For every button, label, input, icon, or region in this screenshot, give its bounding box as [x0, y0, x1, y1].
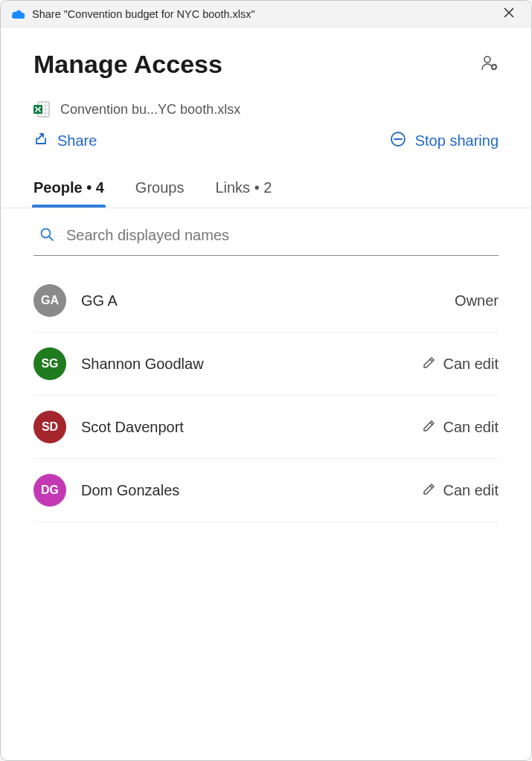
share-button[interactable]: Share: [33, 132, 97, 150]
tab-people[interactable]: People • 4: [33, 179, 104, 207]
permission-dropdown[interactable]: Can edit: [423, 419, 499, 436]
person-row: GAGG AOwner: [33, 269, 499, 333]
search-input[interactable]: [65, 226, 493, 245]
tab-links[interactable]: Links • 2: [215, 179, 272, 207]
person-row: SGShannon GoodlawCan edit: [33, 333, 499, 396]
stop-sharing-label: Stop sharing: [415, 132, 499, 150]
people-list: GAGG AOwnerSGShannon GoodlawCan editSDSc…: [33, 269, 499, 522]
file-row: Convention bu...YC booth.xlsx: [33, 101, 499, 118]
grant-access-button[interactable]: [481, 54, 499, 75]
share-label: Share: [57, 132, 97, 150]
tab-groups[interactable]: Groups: [135, 179, 185, 207]
window-title: Share "Convention budget for NYC booth.x…: [32, 8, 494, 20]
file-name: Convention bu...YC booth.xlsx: [60, 102, 240, 118]
excel-icon: [33, 101, 50, 118]
tabs: People • 4 Groups Links • 2: [33, 179, 499, 208]
permission-text: Can edit: [443, 482, 499, 499]
stop-sharing-button[interactable]: Stop sharing: [390, 131, 499, 151]
permission-dropdown[interactable]: Can edit: [423, 482, 499, 499]
avatar: DG: [33, 474, 66, 507]
search-icon: [39, 227, 54, 245]
search-field[interactable]: [33, 226, 499, 256]
permission-dropdown[interactable]: Can edit: [423, 356, 499, 373]
tabs-divider: [1, 208, 531, 208]
stop-sharing-icon: [390, 131, 406, 151]
share-icon: [33, 132, 48, 150]
page-title: Manage Access: [33, 50, 222, 79]
avatar: SD: [33, 411, 66, 443]
pencil-icon: [423, 356, 436, 373]
avatar: SG: [33, 347, 66, 380]
svg-point-0: [484, 57, 490, 62]
person-name: Dom Gonzales: [81, 482, 423, 499]
pencil-icon: [423, 419, 436, 436]
permission-label: Owner: [455, 292, 499, 309]
svg-line-12: [50, 237, 54, 240]
permission-text: Can edit: [443, 356, 499, 373]
person-name: Scot Davenport: [81, 419, 423, 436]
person-row: SDScot DavenportCan edit: [33, 396, 499, 459]
share-dialog: Share "Convention budget for NYC booth.x…: [0, 0, 532, 761]
permission-text: Can edit: [443, 419, 499, 436]
permission-text: Owner: [455, 292, 499, 309]
person-name: Shannon Goodlaw: [81, 356, 423, 373]
avatar: GA: [33, 284, 66, 317]
svg-point-11: [42, 228, 51, 237]
titlebar: Share "Convention budget for NYC booth.x…: [1, 1, 531, 28]
person-row: DGDom GonzalesCan edit: [33, 459, 499, 522]
dialog-content: Manage Access: [1, 28, 531, 760]
person-name: GG A: [81, 292, 455, 309]
close-button[interactable]: [494, 7, 524, 21]
onedrive-icon: [11, 9, 26, 19]
pencil-icon: [423, 482, 436, 499]
